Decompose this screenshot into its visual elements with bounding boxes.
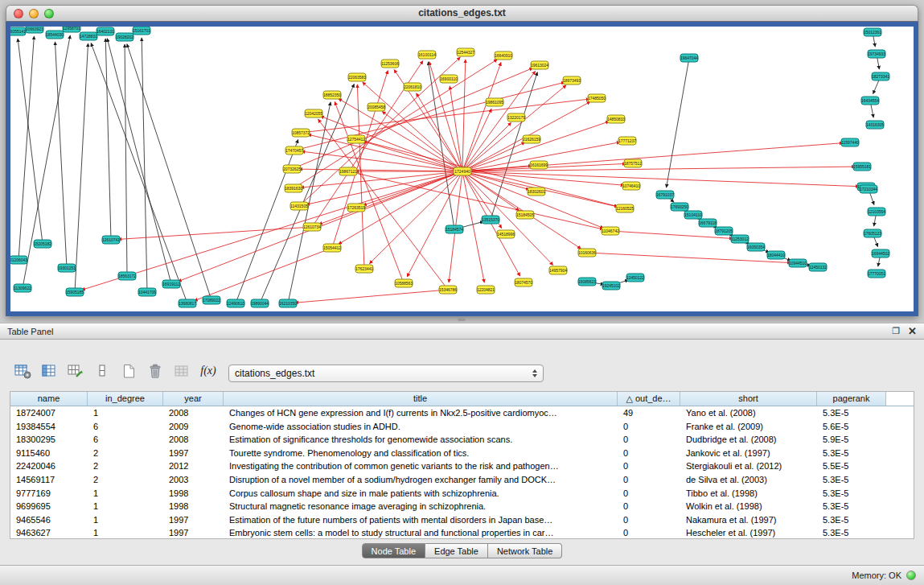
network-canvas[interactable]: 1605514120663923185440301295870114728831… (10, 27, 914, 311)
new-column-button[interactable] (91, 360, 113, 381)
graph-node[interactable]: 19613024 (531, 61, 548, 69)
close-panel-icon[interactable]: ✕ (908, 327, 917, 336)
graph-node[interactable]: 15955181 (853, 163, 871, 171)
graph-node[interactable]: 18757512 (624, 159, 642, 167)
graph-node[interactable]: 11253012 (731, 235, 749, 243)
graph-node[interactable]: 10588563 (395, 279, 413, 287)
table-row[interactable]: 1830029562008Estimation of significance … (10, 433, 914, 447)
function-builder-button[interactable]: f(x) (197, 360, 220, 381)
graph-node[interactable]: 17623441 (355, 265, 373, 273)
graph-node[interactable]: 20732625 (283, 165, 301, 173)
table-row[interactable]: 977716911998Corpus callosum shape and si… (10, 487, 914, 501)
graph-node[interactable]: 14316305 (866, 121, 884, 129)
column-header[interactable]: △ out_de… (618, 392, 680, 406)
graph-node[interactable]: 14728831 (80, 32, 97, 40)
graph-node[interactable]: 11309622 (14, 284, 31, 292)
graph-node[interactable]: 15346786 (439, 286, 457, 294)
table-row[interactable]: 911546021997Tourette syndrome. Phenomeno… (10, 447, 914, 460)
graph-node[interactable]: 22061810 (404, 83, 421, 91)
graph-node[interactable]: 18563172 (118, 272, 136, 280)
graph-node[interactable]: 17770051 (868, 270, 885, 278)
table-row[interactable]: 969969511998Structural magnetic resonanc… (10, 500, 914, 513)
graph-node[interactable]: 15184574 (446, 225, 463, 233)
graph-node[interactable]: 16640910 (495, 51, 512, 60)
graph-node[interactable]: 17210344 (860, 185, 877, 193)
graph-node[interactable]: 18044410 (767, 251, 785, 259)
graph-node[interactable]: 11597440 (841, 138, 859, 146)
graph-node[interactable]: 18852350 (323, 91, 341, 99)
delete-table-button[interactable] (144, 360, 166, 381)
table-row[interactable]: 946362711997Embryonic stem cells: a mode… (10, 526, 914, 539)
graph-node[interactable]: 16161699 (530, 161, 548, 169)
table-row[interactable]: 1872400712008Changes of HCN gene express… (10, 406, 914, 420)
window-titlebar[interactable]: citations_edges.txt (6, 5, 918, 22)
graph-node[interactable]: 21626159 (523, 135, 540, 143)
graph-node[interactable]: 18973493 (563, 76, 581, 84)
graph-node[interactable]: 13220179 (507, 113, 525, 122)
graph-node[interactable]: 19301251 (58, 264, 76, 272)
graph-node[interactable]: 13680817 (179, 299, 196, 307)
graph-node[interactable]: 16055141 (10, 27, 26, 35)
graph-node[interactable]: 10160636 (578, 249, 596, 257)
graph-node[interactable]: 10944510 (789, 259, 807, 267)
graph-node[interactable]: 22063583 (348, 73, 366, 81)
graph-node[interactable]: 20663923 (26, 27, 43, 33)
graph-node[interactable]: 16944502 (872, 249, 889, 257)
graph-node[interactable]: 16100114 (418, 51, 436, 59)
graph-node[interactable]: 1724940 (454, 167, 471, 175)
table-row[interactable]: 946554611997Estimation of the future num… (10, 513, 914, 527)
table-row[interactable]: 1456911722003Disruption of a novel membe… (10, 473, 914, 487)
graph-node[interactable]: 17470457 (285, 146, 303, 154)
graph-node[interactable]: 19245102 (602, 282, 620, 290)
graph-node[interactable]: 12610734 (303, 223, 321, 231)
graph-node[interactable]: 16210350 (279, 299, 297, 307)
graph-node[interactable]: 13515370 (482, 216, 499, 224)
graph-node[interactable]: 15184505 (516, 211, 534, 219)
graph-node[interactable]: 11431505 (290, 202, 308, 210)
column-header[interactable]: year (163, 392, 224, 406)
graph-node[interactable]: 12160525 (616, 204, 634, 212)
graph-node[interactable]: 16679118 (699, 219, 717, 227)
graph-node[interactable]: 16900110 (440, 75, 458, 83)
column-settings-button[interactable] (11, 360, 34, 381)
graph-node[interactable]: 12450122 (626, 274, 644, 282)
table-row[interactable]: 1938455462009Genome-wide association stu… (10, 420, 914, 434)
graph-node[interactable]: 18074570 (515, 278, 532, 286)
graph-node[interactable]: 10746410 (622, 182, 640, 190)
graph-node[interactable]: 15104110 (684, 211, 702, 219)
graph-node[interactable]: 18791205 (715, 227, 733, 235)
graph-node[interactable]: 12204821 (477, 286, 495, 294)
graph-node[interactable]: 17693250 (671, 203, 688, 211)
tab-network-table[interactable]: Network Table (488, 543, 563, 558)
import-table-button[interactable] (170, 360, 193, 381)
graph-node[interactable]: 19647044 (680, 54, 698, 62)
tab-node-table[interactable]: Node Table (362, 543, 425, 558)
graph-node[interactable]: 14518996 (497, 230, 515, 238)
graph-node[interactable]: 15054412 (323, 244, 341, 252)
graph-node[interactable]: 11253606 (381, 60, 399, 68)
graph-node[interactable]: 16050354 (747, 243, 765, 251)
graph-node[interactable]: 14957904 (549, 266, 567, 274)
graph-node[interactable]: 19028202 (116, 33, 133, 41)
add-column-button[interactable] (64, 360, 87, 381)
graph-node[interactable]: 21206043 (10, 256, 27, 264)
zoom-window-button[interactable] (44, 9, 54, 19)
graph-node[interactable]: 12958701 (63, 27, 80, 32)
graph-node[interactable]: 10857372 (292, 129, 310, 137)
graph-node[interactable]: 14850833 (607, 115, 625, 123)
graph-node[interactable]: 18273341 (872, 72, 889, 80)
graph-node[interactable]: 16085623 (578, 278, 596, 286)
float-panel-icon[interactable]: ❐ (892, 327, 900, 336)
column-header[interactable]: name (10, 392, 88, 406)
table-source-dropdown[interactable]: citations_edges.txt (228, 365, 544, 382)
graph-node[interactable]: 15905185 (66, 288, 84, 296)
minimize-window-button[interactable] (29, 9, 39, 19)
graph-node[interactable]: 12103554 (868, 208, 885, 216)
close-window-button[interactable] (14, 9, 23, 19)
graph-node[interactable]: 18391630 (285, 184, 302, 192)
column-header[interactable]: title (224, 392, 618, 406)
graph-node[interactable]: 18544030 (46, 31, 64, 39)
graph-node[interactable]: 17605123 (864, 229, 881, 237)
tab-edge-table[interactable]: Edge Table (425, 543, 488, 558)
graph-node[interactable]: 16919112 (162, 280, 180, 288)
